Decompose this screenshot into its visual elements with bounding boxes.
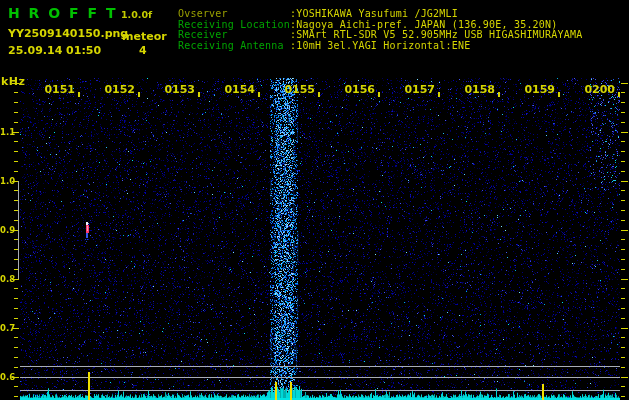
mode-label: meteor (122, 30, 167, 43)
freq-tick-left (12, 328, 19, 329)
freq-tick-left (14, 269, 18, 270)
app-title: H R O F F T (8, 5, 117, 21)
freq-tick-right (621, 367, 625, 368)
freq-tick-left (14, 386, 18, 387)
output-filename: YY2509140150.png (8, 27, 128, 40)
freq-tick-left (12, 181, 19, 182)
freq-tick-right (621, 112, 625, 113)
freq-tick-right (621, 220, 625, 221)
hrofft-output-window: 1.11.00.90.80.70.6kHz0151015201530154015… (0, 0, 629, 400)
freq-tick-right (621, 141, 625, 142)
freq-tick-left (14, 190, 18, 191)
freq-tick-right (621, 151, 625, 152)
freq-tick-left (14, 92, 18, 93)
freq-tick-left (14, 112, 18, 113)
meteor-count: 4 (139, 44, 147, 57)
freq-tick-right (621, 171, 625, 172)
freq-tick-right (621, 181, 628, 182)
freq-tick-left (14, 102, 18, 103)
antenna-value: :10mH 3el.YAGI Horizontal:ENE (290, 41, 470, 52)
freq-tick-left (14, 141, 18, 142)
freq-tick-left (14, 347, 18, 348)
freq-tick-left (14, 396, 18, 397)
station-info: Ovserver :YOSHIKAWA Yasufumi /JG2MLI Rec… (178, 9, 582, 52)
freq-tick-left (14, 210, 18, 211)
freq-tick-right (621, 386, 625, 387)
freq-tick-right (621, 161, 625, 162)
freq-tick-right (621, 347, 625, 348)
scale-bar (18, 181, 19, 279)
freq-tick-left (14, 367, 18, 368)
freq-tick-left (14, 288, 18, 289)
timestamp: 25.09.14 01:50 (8, 44, 101, 57)
freq-tick-right (621, 288, 625, 289)
freq-tick-left (14, 220, 18, 221)
freq-tick-right (621, 92, 625, 93)
freq-tick-left (12, 279, 19, 280)
freq-label: 0.9 (0, 225, 13, 235)
freq-tick-right (621, 396, 625, 397)
freq-label: 1.0 (0, 176, 13, 186)
freq-tick-right (621, 239, 625, 240)
freq-tick-right (621, 308, 625, 309)
freq-tick-left (12, 377, 19, 378)
freq-tick-left (14, 161, 18, 162)
freq-tick-right (621, 190, 625, 191)
freq-tick-left (14, 357, 18, 358)
freq-tick-left (14, 259, 18, 260)
freq-tick-right (621, 269, 625, 270)
freq-tick-left (14, 239, 18, 240)
freq-tick-right (621, 357, 625, 358)
freq-tick-left (14, 151, 18, 152)
freq-tick-left (14, 308, 18, 309)
freq-tick-right (621, 122, 625, 123)
freq-tick-left (12, 83, 19, 84)
app-version: 1.0.0f (121, 9, 152, 20)
freq-tick-right (621, 230, 628, 231)
freq-tick-right (621, 102, 625, 103)
freq-label: 0.7 (0, 323, 13, 333)
freq-tick-left (14, 249, 18, 250)
freq-tick-left (12, 132, 19, 133)
freq-tick-right (621, 132, 628, 133)
antenna-label: Receiving Antenna (178, 41, 290, 52)
freq-label: 0.6 (0, 372, 13, 382)
info-row-antenna: Receiving Antenna :10mH 3el.YAGI Horizon… (178, 41, 582, 52)
freq-tick-left (14, 122, 18, 123)
freq-tick-right (621, 83, 628, 84)
freq-label: 0.8 (0, 274, 13, 284)
freq-tick-right (621, 200, 625, 201)
spectrogram-canvas (20, 78, 620, 400)
freq-tick-right (621, 210, 625, 211)
freq-label: 1.1 (0, 127, 13, 137)
freq-tick-right (621, 279, 628, 280)
freq-tick-left (12, 230, 19, 231)
freq-tick-left (14, 171, 18, 172)
freq-tick-right (621, 259, 625, 260)
freq-tick-right (621, 328, 628, 329)
freq-tick-left (14, 298, 18, 299)
freq-tick-left (14, 318, 18, 319)
freq-tick-left (14, 200, 18, 201)
freq-tick-right (621, 377, 628, 378)
freq-tick-right (621, 249, 625, 250)
freq-tick-right (621, 337, 625, 338)
freq-tick-right (621, 318, 625, 319)
freq-tick-left (14, 337, 18, 338)
freq-tick-right (621, 298, 625, 299)
